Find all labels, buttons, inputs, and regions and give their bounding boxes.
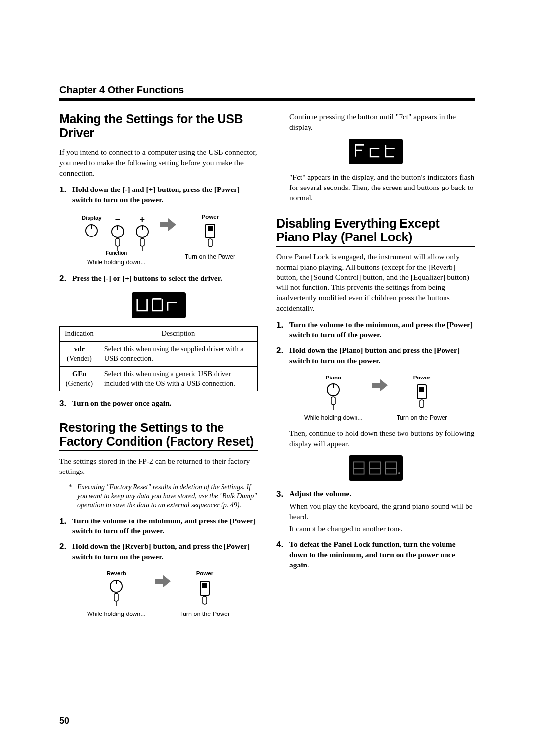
lock-diagram: Piano While holding down... Power Turn o… <box>276 374 475 422</box>
seven-seg-display-udr <box>132 292 186 318</box>
table-row: GEn(Generic) Select this when using a ge… <box>60 367 258 391</box>
ind-vender: (Vender) <box>67 354 92 362</box>
display-label: Display <box>82 214 102 222</box>
usb-steps: 1. Hold down the [-] and [+] button, pre… <box>59 185 258 205</box>
lock-step3a: When you play the keyboard, the grand pi… <box>289 501 475 522</box>
left-column: Making the Settings for the USB Driver I… <box>59 112 258 625</box>
power-label: Power <box>202 213 219 221</box>
seven-seg-display-fct <box>349 139 403 164</box>
knob-minus-icon <box>109 225 127 253</box>
cont-fct: "Fct" appears in the display, and the bu… <box>289 172 475 203</box>
reset-intro: The settings stored in the FP-2 can be r… <box>59 456 258 477</box>
step-number: 1. <box>59 516 72 537</box>
usb-step1: Hold down the [-] and [+] button, press … <box>72 185 258 205</box>
hold-caption: While holding down... <box>304 414 363 422</box>
step-number: 2. <box>276 345 289 366</box>
svg-rect-15 <box>419 387 424 392</box>
reset-note-text: Executing "Factory Reset" results in del… <box>77 483 258 510</box>
seven-seg-display-888 <box>349 455 403 481</box>
plus-label: + <box>140 213 145 225</box>
reset-step2: Hold down the [Reverb] button, and press… <box>72 541 258 562</box>
section-rule <box>59 450 258 451</box>
reset-step1: Turn the volume to the minimum, and pres… <box>72 516 258 537</box>
usb-steps-2: 2. Press the [-] or [+] buttons to selec… <box>59 273 258 284</box>
reset-note: * Executing "Factory Reset" results in d… <box>68 483 258 510</box>
power-label: Power <box>413 374 431 382</box>
svg-rect-7 <box>208 226 213 231</box>
chapter-rule <box>59 98 475 101</box>
power-label: Power <box>196 570 214 578</box>
chapter-heading: Chapter 4 Other Functions <box>59 84 475 95</box>
turn-caption: Turn on the Power <box>185 253 235 261</box>
section-rule <box>276 246 475 247</box>
minus-label: − <box>115 213 121 225</box>
svg-rect-11 <box>202 583 207 588</box>
ind-generic: (Generic) <box>66 379 93 387</box>
reset-steps: 1. Turn the volume to the minimum, and p… <box>59 516 258 563</box>
driver-table: Indication Description vdr(Vender) Selec… <box>59 326 258 391</box>
seg-udr-icon <box>132 296 185 314</box>
seg-fct-icon <box>349 142 402 160</box>
hold-caption: While holding down... <box>87 611 146 618</box>
usb-diagram: Display − + Function While holding down.… <box>59 213 258 267</box>
piano-label: Piano <box>326 374 341 382</box>
usb-step2: Press the [-] or [+] buttons to select t… <box>72 273 258 284</box>
lock-intro: Once Panel Lock is engaged, the instrume… <box>276 252 475 314</box>
th-description: Description <box>99 327 257 342</box>
lock-steps-1: 1. Turn the volume to the minimum, and p… <box>276 320 475 366</box>
usb-step3: Turn on the power once again. <box>72 398 258 409</box>
ind-gen: GEn <box>65 369 94 379</box>
hold-caption: While holding down... <box>87 259 146 266</box>
arrow-icon <box>372 379 388 392</box>
lock-after-diag: Then, continue to hold down these two bu… <box>289 428 475 449</box>
step-number: 1. <box>276 320 289 340</box>
seg-888-icon <box>349 459 402 477</box>
lock-step3b: It cannot be changed to another tone. <box>289 524 475 534</box>
usb-intro: If you intend to connect to a computer u… <box>59 147 258 179</box>
step-number: 4. <box>276 539 289 570</box>
ind-vdr: vdr <box>65 344 94 354</box>
lock-step2: Hold down the [Piano] button and press t… <box>289 345 475 366</box>
svg-point-22 <box>398 472 400 474</box>
usb-steps-3: 3. Turn on the power once again. <box>59 398 258 410</box>
table-row: vdr(Vender) Select this when using the s… <box>60 341 258 366</box>
step-number: 3. <box>59 398 72 410</box>
turn-caption: Turn on the Power <box>397 414 447 422</box>
power-switch-icon <box>202 222 219 251</box>
lock-step4: To defeat the Panel Lock function, turn … <box>289 539 475 570</box>
desc-vdr: Select this when using the supplied driv… <box>99 341 257 366</box>
section-lock-title: Disabling Everything Except Piano Play (… <box>276 216 475 244</box>
step-number: 2. <box>59 273 72 284</box>
arrow-icon <box>155 575 171 588</box>
step-number: 2. <box>59 541 72 562</box>
section-reset-title: Restoring the Settings to the Factory Co… <box>59 421 258 448</box>
step-number: 3. <box>276 489 289 534</box>
page-number: 50 <box>59 716 69 726</box>
power-switch-icon <box>196 579 213 608</box>
lock-step1: Turn the volume to the minimum, and pres… <box>289 320 475 340</box>
reverb-label: Reverb <box>107 570 126 578</box>
th-indication: Indication <box>60 327 99 342</box>
knob-reverb-icon <box>107 579 125 608</box>
function-label: Function <box>106 250 127 257</box>
lock-steps-2: 3. Adjust the volume. When you play the … <box>276 489 475 570</box>
asterisk-icon: * <box>68 483 77 510</box>
step-number: 1. <box>59 185 72 205</box>
right-column: Continue pressing the button until "Fct"… <box>276 112 475 625</box>
knob-piano-icon <box>324 383 342 412</box>
reset-diagram: Reverb While holding down... Power Turn … <box>59 570 258 618</box>
arrow-icon <box>160 218 176 231</box>
section-usb-title: Making the Settings for the USB Driver <box>59 112 258 140</box>
section-rule <box>59 142 258 142</box>
cont-press: Continue pressing the button until "Fct"… <box>289 112 475 133</box>
knob-plus-icon <box>134 225 151 253</box>
knob-icon <box>83 224 100 252</box>
power-switch-icon <box>413 383 430 412</box>
two-column-layout: Making the Settings for the USB Driver I… <box>59 112 475 625</box>
turn-caption: Turn on the Power <box>179 611 230 618</box>
desc-gen: Select this when using a generic USB dri… <box>99 367 257 391</box>
lock-step3: Adjust the volume. <box>289 489 475 499</box>
